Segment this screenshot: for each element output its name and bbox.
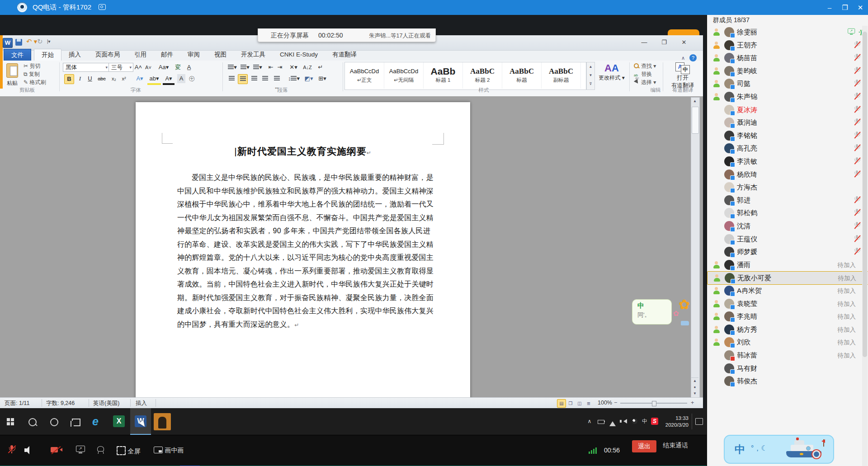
distribute-button[interactable]: ⇔ <box>271 74 282 83</box>
find-button[interactable]: 查找 ▾ <box>634 62 656 70</box>
member-row[interactable]: 无敌小可爱待加入 <box>707 271 868 285</box>
increase-indent-button[interactable]: ⇥ <box>276 63 284 72</box>
align-center-button[interactable] <box>238 74 248 84</box>
member-row[interactable]: 刘欣待加入 <box>707 336 868 348</box>
font-name-combo[interactable]: 黑体▾ <box>63 63 109 72</box>
member-scrollbar-thumb[interactable] <box>863 32 867 357</box>
exit-button[interactable]: 退出 <box>632 440 656 452</box>
save-button[interactable] <box>15 39 22 46</box>
print-layout-view-button[interactable]: ▤ <box>557 399 566 408</box>
web-layout-view-button[interactable]: ◫ <box>575 399 584 408</box>
volume-indicator[interactable] <box>621 408 629 435</box>
change-styles-button[interactable]: AA 更改样式 ▾ <box>597 62 627 89</box>
page-indicator[interactable]: 页面: 1/11 <box>5 400 29 407</box>
borders-button[interactable]: ⊞▾ <box>316 74 328 83</box>
ime-mode-indicator[interactable]: 中 <box>735 442 745 457</box>
page-nav-buttons[interactable]: ▲●▼ <box>691 377 698 398</box>
member-row[interactable]: 韩冰蕾待加入 <box>707 349 868 362</box>
multilevel-list-button[interactable]: ▾ <box>252 63 263 72</box>
document-scrollbar[interactable]: ▲ ▲●▼ <box>691 97 700 398</box>
share-screen-button[interactable]: ↗ <box>76 446 86 456</box>
line-spacing-button[interactable]: ↕▾ <box>288 74 300 83</box>
tab-视图[interactable]: 视图 <box>207 49 234 61</box>
grow-font-button[interactable]: A˄ <box>134 63 143 72</box>
help-icon[interactable]: ? <box>689 54 697 61</box>
shrink-font-button[interactable]: A˅ <box>144 63 153 72</box>
word-restore-button[interactable]: ❐ <box>655 37 673 48</box>
member-row[interactable]: 杨欣琦 <box>707 168 868 181</box>
member-row[interactable]: 王蕴仪 <box>707 233 868 245</box>
tab-开始[interactable]: 开始 <box>34 49 61 61</box>
member-row[interactable]: 夏冰涛 <box>707 104 868 116</box>
member-row[interactable]: 徐雯丽↗ ·)) <box>707 26 868 38</box>
member-row[interactable]: 王朝齐 <box>707 39 868 52</box>
member-row[interactable]: 韩俊杰 <box>707 375 868 386</box>
speaker-button[interactable] <box>24 446 33 456</box>
paste-button[interactable]: 粘贴 <box>5 79 20 88</box>
member-row[interactable]: 司懿 <box>707 77 868 90</box>
member-row[interactable]: 郭进 <box>707 194 868 207</box>
pip-button[interactable]: 画中画 <box>154 447 184 456</box>
tab-引用[interactable]: 引用 <box>127 49 154 61</box>
member-row[interactable]: 郭松鹤 <box>707 207 868 219</box>
underline-button[interactable]: U <box>86 74 94 83</box>
format-painter-button[interactable]: ✎ 格式刷 <box>24 79 46 86</box>
asian-layout-button[interactable]: ✕▾ <box>288 63 299 72</box>
start-button[interactable] <box>0 408 21 435</box>
zoom-out-button[interactable]: − <box>614 400 617 406</box>
strikethrough-button[interactable]: abc <box>96 74 108 83</box>
sort-button[interactable]: A↓Z <box>302 63 313 72</box>
bold-button[interactable]: B <box>64 74 74 84</box>
superscript-button[interactable]: x² <box>119 74 128 83</box>
copy-button[interactable]: ⧉ 复制 <box>24 71 40 78</box>
char-shading-button[interactable]: A <box>177 74 185 83</box>
word-close-button[interactable]: ✕ <box>675 37 693 48</box>
undo-button[interactable]: ↶ ▾ <box>26 38 37 47</box>
member-row[interactable]: 李铭铭 <box>707 129 868 142</box>
style-标题 1[interactable]: AaBb标题 1 <box>424 62 463 89</box>
tab-有道翻译[interactable]: 有道翻译 <box>325 49 364 61</box>
taskbar-clock[interactable]: 13:332020/3/20 <box>658 415 689 428</box>
select-button[interactable]: 选择 ▾ <box>634 79 656 86</box>
tab-邮件[interactable]: 邮件 <box>154 49 180 61</box>
tray-expand-button[interactable]: ∧ <box>585 408 594 435</box>
subscript-button[interactable]: x₂ <box>109 74 118 83</box>
document-page[interactable]: |新时代爱国主义教育实施纲要↵ 爱国主义是中华民族的民族心、民族魂，是中华民族最… <box>136 102 470 397</box>
member-row[interactable]: 杨苗苗 <box>707 52 868 64</box>
zoom-in-button[interactable]: + <box>691 400 694 406</box>
change-case-button[interactable]: Aa▾ <box>157 63 170 72</box>
shading-button[interactable]: ◩▾ <box>303 74 315 83</box>
taskbar-excel[interactable]: X <box>108 408 129 435</box>
highlight-color-button[interactable]: ab▾ <box>147 74 161 85</box>
style-正文[interactable]: AaBbCcDd↵正文 <box>345 62 384 89</box>
member-row[interactable]: 朱声锦 <box>707 90 868 103</box>
tab-开发工具[interactable]: 开发工具 <box>234 49 273 61</box>
member-row[interactable]: 方海杰 <box>707 181 868 193</box>
word-count[interactable]: 字数: 9,246 <box>46 400 75 407</box>
tab-审阅[interactable]: 审阅 <box>180 49 207 61</box>
member-row[interactable]: 潘雨待加入 <box>707 259 868 271</box>
member-row[interactable]: 杨方秀待加入 <box>707 323 868 336</box>
scrollbar-thumb[interactable] <box>692 107 699 134</box>
member-row[interactable]: 袁晓莹待加入 <box>707 297 868 310</box>
style-无间隔[interactable]: AaBbCcDd↵无间隔 <box>384 62 424 89</box>
end-call-button[interactable]: 结束通话 <box>663 442 688 450</box>
maximize-button[interactable]: ❐ <box>837 0 853 15</box>
minimize-button[interactable]: – <box>822 0 837 15</box>
open-youdao-button[interactable]: A中 打开有道翻译 <box>665 61 701 89</box>
member-row[interactable]: 马有财 <box>707 362 868 375</box>
ime-language-indicator[interactable]: 中 <box>640 408 649 435</box>
scroll-up-arrow[interactable]: ▲ <box>691 98 698 105</box>
text-effects-button[interactable]: A▾ <box>134 74 146 83</box>
close-button[interactable]: ✕ <box>853 0 868 15</box>
member-row[interactable]: 李兆晴待加入 <box>707 310 868 323</box>
style-标题[interactable]: AaBbC标题 <box>502 62 542 89</box>
member-row[interactable]: 李洪敏 <box>707 155 868 168</box>
font-size-combo[interactable]: 三号▾ <box>108 63 133 72</box>
language-indicator[interactable]: 英语(美国) <box>93 400 119 407</box>
style-副标题[interactable]: AaBbC副标题 <box>542 62 581 89</box>
member-row[interactable]: 师梦媛 <box>707 245 868 258</box>
ime-status-widget[interactable]: 中 °，☾ <box>724 435 834 464</box>
member-row[interactable]: 高孔亮 <box>707 142 868 155</box>
taskbar-qq-video[interactable] <box>152 408 173 435</box>
